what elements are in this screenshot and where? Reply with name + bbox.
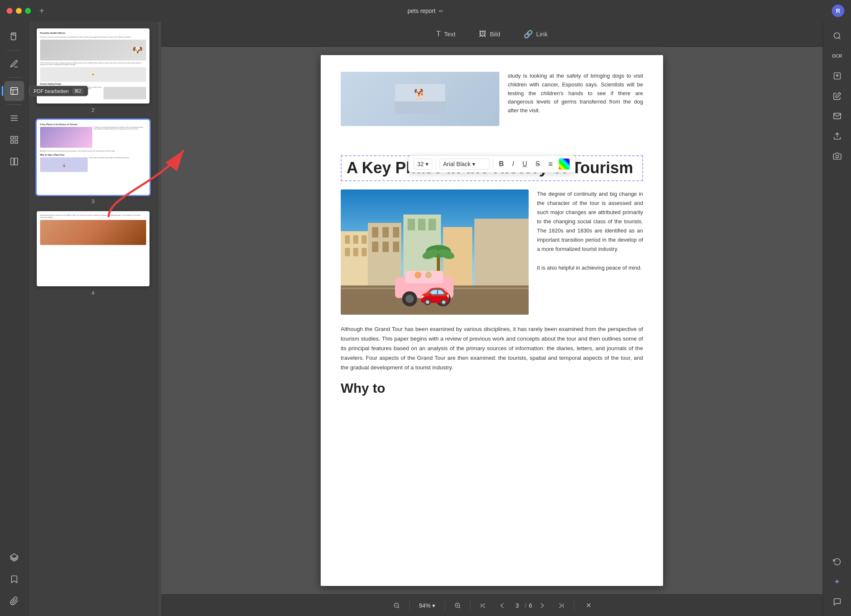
svg-rect-35: [408, 219, 415, 230]
svg-rect-33: [393, 242, 399, 252]
sidebar-divider: [7, 50, 22, 50]
prev-page-button[interactable]: [494, 600, 509, 611]
svg-line-66: [541, 603, 544, 605]
page-number-2: 2: [91, 107, 94, 113]
ocr-button[interactable]: OCR: [828, 47, 846, 65]
page-separator: /: [525, 602, 527, 609]
bild-icon: 🖼: [479, 30, 486, 38]
main-layout: PDF bearbeiten ⌘2: [0, 22, 851, 616]
sign-button[interactable]: [828, 87, 846, 105]
svg-rect-39: [474, 219, 529, 294]
font-name-value: Arial Black: [443, 161, 471, 167]
avatar: R: [832, 5, 844, 17]
svg-line-72: [838, 38, 840, 39]
gift-button[interactable]: ✦: [828, 573, 846, 591]
align-button[interactable]: ≡: [546, 159, 555, 170]
zoom-in-button[interactable]: [450, 600, 465, 611]
svg-rect-17: [395, 101, 445, 114]
svg-text:🐕: 🐕: [414, 88, 426, 100]
left-sidebar: PDF bearbeiten ⌘2: [0, 22, 28, 616]
svg-rect-26: [362, 248, 367, 256]
svg-rect-40: [341, 285, 529, 315]
panel-scrollbar[interactable]: [158, 22, 161, 616]
svg-rect-41: [341, 288, 529, 289]
why-heading: Why to: [341, 381, 643, 396]
sidebar-item-compare[interactable]: [4, 151, 24, 172]
font-size-chevron: ▾: [426, 161, 428, 167]
nav-divider-1: [409, 601, 410, 611]
font-size-value: 32: [417, 161, 424, 167]
zoom-chevron[interactable]: ▾: [432, 602, 435, 609]
last-page-button[interactable]: [554, 600, 569, 611]
camera-button[interactable]: [828, 147, 846, 165]
svg-rect-32: [382, 242, 389, 252]
svg-rect-2: [13, 33, 16, 35]
tooltip-pdf-bearbeiten: PDF bearbeiten ⌘2: [29, 86, 88, 96]
svg-point-77: [836, 155, 838, 158]
bold-button[interactable]: B: [496, 159, 507, 169]
bild-tool-button[interactable]: 🖼 Bild: [474, 27, 505, 41]
body-paragraph: Although the Grand Tour has been examine…: [341, 325, 643, 373]
comment-button[interactable]: [828, 593, 846, 611]
zoom-display: 94% ▾: [415, 602, 440, 609]
font-name-chevron: ▾: [472, 161, 475, 167]
nav-divider-4: [574, 601, 574, 611]
color-picker-button[interactable]: [559, 158, 570, 170]
sidebar-item-bookmark[interactable]: [4, 569, 24, 589]
search-button[interactable]: [828, 27, 846, 45]
link-tool-button[interactable]: 🔗 Link: [519, 27, 553, 41]
undo-button[interactable]: [828, 553, 846, 571]
svg-rect-37: [428, 219, 436, 230]
page-top-image-left: 🐕: [341, 72, 499, 126]
svg-rect-28: [372, 227, 378, 237]
sidebar-item-edit-pdf[interactable]: [4, 81, 24, 101]
text-tool-button[interactable]: T Text: [431, 27, 461, 41]
thumbnail-page-3[interactable]: A Key Phase in the History of Tourism Th…: [33, 120, 152, 204]
titlebar: pets report ✏ + R: [0, 0, 851, 22]
window-title: pets report ✏: [408, 8, 443, 14]
strikethrough-button[interactable]: S: [533, 159, 542, 169]
next-page-button[interactable]: [535, 600, 550, 611]
close-nav-button[interactable]: ✕: [583, 600, 595, 611]
pdf-scroll-area[interactable]: 🐕 study is looking at the safety of brin…: [161, 47, 823, 594]
zoom-out-button[interactable]: [389, 600, 404, 611]
svg-rect-29: [382, 227, 389, 237]
svg-line-58: [459, 607, 460, 608]
svg-rect-24: [345, 248, 350, 256]
sidebar-item-grid[interactable]: [4, 130, 24, 150]
font-name-selector[interactable]: Arial Black ▾: [439, 159, 489, 169]
svg-rect-30: [393, 227, 399, 237]
font-size-selector[interactable]: 32 ▾: [413, 159, 432, 169]
minimize-button[interactable]: [16, 8, 22, 14]
svg-line-65: [501, 603, 504, 605]
sidebar-item-attachment[interactable]: [4, 591, 24, 611]
cuba-image: [341, 189, 529, 315]
sidebar-item-layers[interactable]: [4, 548, 24, 568]
page-top-section: 🐕 study is looking at the safety of brin…: [341, 72, 643, 126]
thumbnail-page-4[interactable]: Kanha National Park is a treasure in the…: [33, 211, 152, 296]
svg-point-51: [439, 295, 447, 303]
thumbnail-page-2[interactable]: Possible Health Effects Research on huma…: [33, 28, 152, 113]
italic-button[interactable]: I: [509, 159, 516, 169]
sidebar-item-list[interactable]: [4, 108, 24, 128]
svg-rect-13: [10, 158, 13, 165]
edit-title-icon[interactable]: ✏: [439, 8, 443, 14]
add-tab-button[interactable]: +: [39, 6, 44, 16]
first-page-button[interactable]: [476, 600, 491, 611]
link-icon: 🔗: [524, 30, 533, 39]
svg-rect-9: [10, 136, 13, 139]
maximize-button[interactable]: [25, 8, 31, 14]
text-tool-icon: T: [436, 30, 441, 38]
mail-button[interactable]: [828, 107, 846, 125]
underline-button[interactable]: U: [520, 159, 530, 169]
traffic-lights: [7, 8, 31, 14]
svg-line-69: [560, 606, 562, 608]
sidebar-item-document[interactable]: [4, 27, 24, 47]
page-top-text: study is looking at the safety of bringi…: [508, 72, 643, 115]
sidebar-item-pen[interactable]: [4, 54, 24, 74]
current-page-input[interactable]: 3: [512, 602, 522, 609]
export-pages-button[interactable]: [828, 67, 846, 85]
total-pages: 6: [529, 602, 532, 609]
close-button[interactable]: [7, 8, 13, 14]
upload-button[interactable]: [828, 127, 846, 145]
